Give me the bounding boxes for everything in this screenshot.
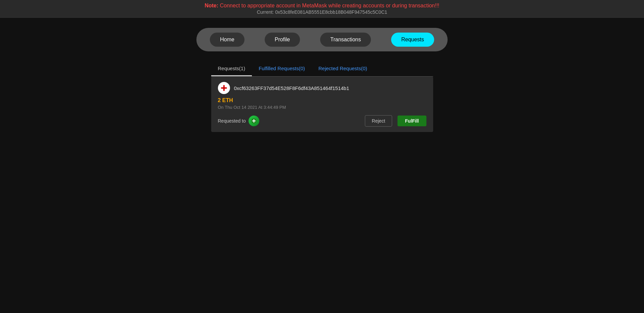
request-header: 0xcf63263FF37d54E528F8F6df43A851464f1514… (218, 82, 426, 94)
tabs-container: Requests(1) Fulfilled Requests(0) Reject… (211, 61, 433, 77)
nav-profile[interactable]: Profile (265, 33, 300, 47)
reject-button[interactable]: Reject (365, 115, 392, 127)
note-text: Connect to appropriate account in MetaMa… (220, 3, 440, 8)
timestamp: On Thu Oct 14 2021 At 3:44:49 PM (218, 105, 426, 110)
address-value: 0x53c8feE081AB5551E8cbb18B048F947545c5C0… (275, 9, 387, 15)
nav-requests[interactable]: Requests (391, 33, 434, 47)
fulfill-button[interactable]: FulFill (397, 116, 426, 126)
request-card: 0xcf63263FF37d54E528F8F6df43A851464f1514… (211, 77, 433, 132)
nav-home[interactable]: Home (210, 33, 244, 47)
tab-fulfilled[interactable]: Fulfilled Requests(0) (252, 61, 312, 76)
current-address: Current: 0x53c8feE081AB5551E8cbb18B048F9… (7, 9, 637, 15)
eth-amount: 2 ETH (218, 97, 426, 103)
requested-to-section: Requested to (218, 116, 259, 126)
note-label: Note: (204, 3, 218, 8)
main-content: Requests(1) Fulfilled Requests(0) Reject… (204, 61, 440, 132)
current-label: Current: (257, 9, 274, 15)
recipient-avatar-icon (251, 118, 257, 124)
sender-address: 0xcf63263FF37d54E528F8F6df43A851464f1514… (234, 85, 349, 91)
top-notification-bar: Note: Connect to appropriate account in … (0, 0, 644, 18)
tab-requests[interactable]: Requests(1) (211, 61, 252, 76)
sender-avatar (218, 82, 230, 94)
nav-bar: Home Profile Transactions Requests (196, 28, 448, 51)
recipient-avatar (249, 116, 259, 126)
navigation: Home Profile Transactions Requests (0, 28, 644, 51)
tab-rejected[interactable]: Rejected Requests(0) (312, 61, 374, 76)
card-footer: Requested to Reject FulFill (218, 115, 426, 127)
requested-to-label: Requested to (218, 118, 246, 124)
nav-transactions[interactable]: Transactions (320, 33, 371, 47)
